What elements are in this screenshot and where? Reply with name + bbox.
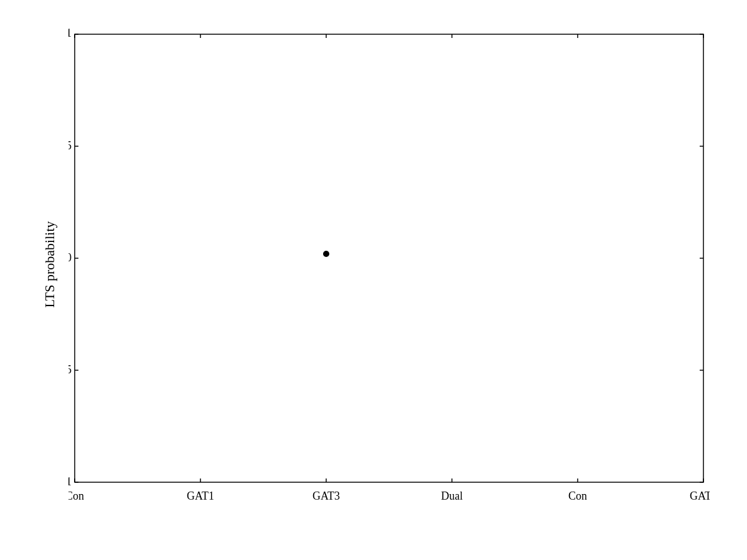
y-axis-label-container: LTS probability xyxy=(31,28,68,501)
x-tick-label-5: GAT1 xyxy=(690,490,710,502)
y-tick-label-0: 0 xyxy=(68,251,72,264)
svg-rect-0 xyxy=(75,34,703,482)
y-tick-label-neg1: -1 xyxy=(68,475,72,488)
data-point-0 xyxy=(323,251,329,257)
x-tick-label-0: Con xyxy=(68,490,84,502)
y-tick-label-0.5: 0.5 xyxy=(68,139,72,152)
x-tick-label-4: Con xyxy=(568,490,587,502)
y-tick-label-1: 1 xyxy=(68,28,72,39)
y-axis-label: LTS probability xyxy=(42,221,58,307)
x-tick-label-2: GAT3 xyxy=(312,490,340,502)
y-tick-label-neg0.5: -0.5 xyxy=(68,363,72,376)
x-tick-label-3: Dual xyxy=(441,490,463,502)
chart-svg: 1 0.5 0 -0.5 -1 Con xyxy=(68,28,710,526)
chart-container: LTS probability 1 0.5 0 -0.5 xyxy=(0,0,747,560)
chart-outer: LTS probability 1 0.5 0 -0.5 xyxy=(31,28,716,551)
x-tick-label-1: GAT1 xyxy=(187,490,214,502)
